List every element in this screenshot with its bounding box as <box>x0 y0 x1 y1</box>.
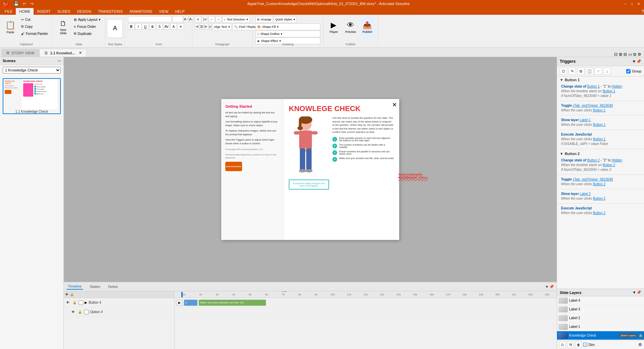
text-shadow-btn[interactable]: S <box>156 23 163 30</box>
apply-layout-button[interactable]: ⊞ Apply Layout ▾ <box>72 16 102 23</box>
duplicate-button[interactable]: ⧉ Duplicate <box>72 30 102 37</box>
current-slide-tab[interactable]: 🗋 1.1 Knowled... ✕ <box>39 49 86 57</box>
layer-item-label4[interactable]: Label 4 <box>557 296 644 305</box>
move-down-trigger-btn[interactable]: ↓ <box>603 67 611 75</box>
help-icon[interactable]: ? <box>641 9 644 14</box>
layout-grid-icon[interactable]: ⊞ <box>619 52 622 57</box>
align-center-btn[interactable]: ☰ <box>200 23 203 30</box>
char-spacing-btn[interactable]: AV <box>163 23 170 30</box>
shape-fill-button[interactable]: 🎨 Shape Fill▾ <box>256 23 320 30</box>
layout-tab-icon[interactable]: ⧉ <box>633 52 636 57</box>
lock-icon-button4[interactable]: 🔒 <box>72 300 77 305</box>
tab-view[interactable]: VIEW <box>155 8 172 15</box>
copy-trigger-btn[interactable]: ⧉ <box>577 67 585 75</box>
timeline-tab[interactable]: Timeline <box>66 284 83 290</box>
font-size-input[interactable] <box>172 16 183 22</box>
close-btn[interactable]: ✕ <box>636 1 641 6</box>
paste-button[interactable]: 📋 Paste <box>3 16 18 38</box>
underline-btn[interactable]: U <box>142 23 149 30</box>
preview-button[interactable]: 👁 Preview <box>343 16 358 38</box>
font-increase-btn[interactable]: A↑ <box>184 16 188 22</box>
bold-btn[interactable]: B <box>128 23 135 30</box>
format-painter-button[interactable]: 🖌 Format Painter <box>19 30 50 37</box>
italic-btn[interactable]: I <box>135 23 142 30</box>
font-name-input[interactable] <box>128 16 172 22</box>
save-btn[interactable]: 💾 <box>13 1 20 6</box>
align-right-btn[interactable]: ⫸ <box>204 23 208 30</box>
slide-main[interactable]: Getting Started All text can be edited b… <box>221 99 399 240</box>
tab-home[interactable]: HOME <box>16 8 34 15</box>
increase-indent-btn[interactable]: → <box>216 16 222 22</box>
new-layer-btn[interactable]: 🗋 <box>559 341 566 348</box>
delete-layer-btn[interactable]: 🗑 <box>575 341 582 348</box>
strikethrough-btn[interactable]: S <box>149 23 156 30</box>
layer-item-base[interactable]: Knowledge Check (Base Layer) 🔒 <box>557 331 644 340</box>
expand-button4[interactable]: ▶ <box>85 301 87 304</box>
layers-collapse-icon[interactable]: ▾ <box>633 290 635 295</box>
redo-btn[interactable]: ↪ <box>29 1 35 6</box>
tab-insert[interactable]: INSERT <box>34 8 54 15</box>
clear-format-btn[interactable]: ✕ <box>177 23 184 30</box>
trigger-group-button2[interactable]: ▼ Button 2 <box>557 150 644 157</box>
player-button[interactable]: ▶ Player <box>326 16 341 38</box>
track-expand-button4[interactable]: ▶ <box>176 300 183 306</box>
notes-tab[interactable]: Notes <box>107 284 119 289</box>
minimize-btn[interactable]: ─ <box>623 1 628 6</box>
new-slide-button[interactable]: 🗋 New Slide <box>55 16 71 38</box>
check-button4[interactable] <box>79 300 83 305</box>
align-left-btn[interactable]: ⫷ <box>195 23 199 30</box>
tab-file[interactable]: FILE <box>1 8 16 15</box>
cut-button[interactable]: ✂ Cut <box>19 16 50 23</box>
edit-trigger-btn[interactable]: ✎ <box>568 67 576 75</box>
trigger-group-button1[interactable]: ▼ Button 1 <box>557 77 644 83</box>
check-option4[interactable] <box>84 310 89 314</box>
layer-item-label2[interactable]: Label 2 <box>557 314 644 322</box>
shape-outline-button[interactable]: □ Shape Outline▾ <box>256 31 320 37</box>
eye-icon-button4[interactable]: 👁 <box>65 300 71 305</box>
quick-styles-button[interactable]: Quick Styles▾ <box>274 16 297 23</box>
scenes-minimize-icon[interactable]: ─ <box>58 58 61 63</box>
tab-design[interactable]: DESIGN <box>74 8 95 15</box>
slide-close-btn[interactable]: ✕ <box>392 102 397 108</box>
story-view-tab[interactable]: ⊞ STORY VIEW <box>1 49 39 57</box>
copy-layer-btn[interactable]: ⧉ <box>567 341 574 348</box>
layer-item-label1[interactable]: Label 1 <box>557 322 644 331</box>
justify-btn[interactable]: ≡ <box>209 23 212 30</box>
tab-slides[interactable]: SLIDES <box>54 8 74 15</box>
dim-check-box[interactable]: ✓ <box>583 343 587 347</box>
publish-button[interactable]: 📤 Publish <box>360 16 375 38</box>
scene-dropdown[interactable]: 1 Knowledge Check <box>3 67 61 73</box>
bullets-btn[interactable]: ≡ <box>195 16 201 22</box>
move-up-trigger-btn[interactable]: ↑ <box>595 67 602 75</box>
tab-animations[interactable]: ANIMATIONS <box>126 8 156 15</box>
base-layer-lock-icon[interactable]: 🔒 <box>639 334 643 337</box>
slide-thumbnail[interactable]: KNOWLEGE CHECK Getting Started All text … <box>3 78 61 114</box>
layout-normal-icon[interactable]: ⊡ <box>614 52 617 57</box>
numbers-btn[interactable]: 1≡ <box>202 16 208 22</box>
timeline-collapse-icon[interactable]: ▾ <box>546 285 548 289</box>
eye-icon-option4[interactable]: 👁 <box>71 309 76 315</box>
settings-icon[interactable]: ⚙ <box>638 52 641 57</box>
restore-btn[interactable]: □ <box>629 1 635 6</box>
prompt-box[interactable]: Include the initial prompt to the user i… <box>289 180 329 190</box>
states-tab[interactable]: States <box>88 284 101 289</box>
align-text-button[interactable]: Align Text▾ <box>212 23 232 30</box>
layer-settings-icon[interactable]: ⚙ <box>638 342 642 347</box>
focus-order-button[interactable]: ≡ Focus Order <box>72 23 102 30</box>
track-block-button4[interactable]: 4 <box>184 300 197 306</box>
decrease-indent-btn[interactable]: ← <box>209 16 215 22</box>
triggers-collapse-icon[interactable]: ▾ <box>633 59 635 64</box>
tab-transitions[interactable]: TRANSITIONS <box>95 8 126 15</box>
font-color-btn[interactable]: A <box>170 23 177 30</box>
layout-wide-icon[interactable]: ▭ <box>628 52 632 57</box>
close-tab-icon[interactable]: ✕ <box>79 51 82 55</box>
lock-icon-option4[interactable]: 🔒 <box>77 309 83 315</box>
undo-btn[interactable]: ↩ <box>22 1 27 6</box>
text-direction-button[interactable]: ↕ Text Direction▾ <box>222 16 250 23</box>
arrange-button[interactable]: ⧉ Arrange <box>256 16 273 23</box>
copy-button[interactable]: ⧉ Copy <box>19 23 50 30</box>
track-block-button4-text[interactable]: Make sure your answers are fair, cle... <box>199 300 266 306</box>
layers-pin-icon[interactable]: 📌 <box>637 290 641 295</box>
group-checkbox[interactable] <box>626 69 631 73</box>
text-styles-button[interactable]: A <box>107 19 123 38</box>
